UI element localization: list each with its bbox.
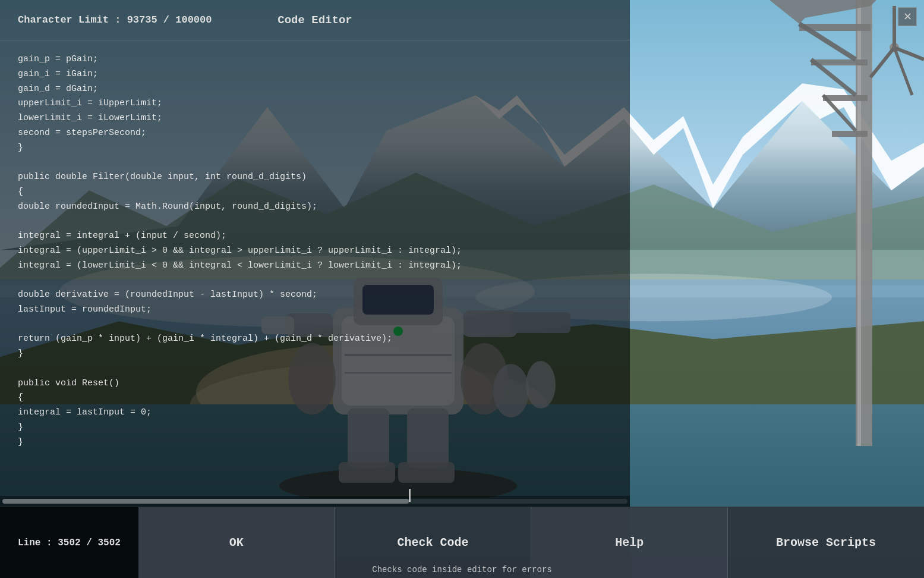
svg-rect-16 — [832, 131, 868, 137]
code-line — [18, 362, 612, 376]
code-line: second = stepsPerSecond; — [18, 126, 612, 141]
line-info-display: Line : 3502 / 3502 — [0, 538, 138, 548]
footer-buttons: OK Check Code Help Browse Scripts — [138, 507, 924, 578]
svg-line-24 — [871, 48, 894, 77]
code-lines: gain_p = pGain;gain_i = iGain;gain_d = d… — [18, 52, 612, 450]
editor-footer: Line : 3502 / 3502 OK Check Code Help Br… — [0, 507, 924, 578]
code-line: gain_i = iGain; — [18, 67, 612, 82]
code-line — [18, 214, 612, 229]
code-line: integral = (upperLimit_i > 0 && integral… — [18, 244, 612, 259]
ok-button[interactable]: OK — [138, 507, 335, 578]
code-line: double derivative = (roundedInput - last… — [18, 288, 612, 303]
horizontal-scrollbar[interactable] — [0, 496, 630, 507]
code-line: lastInput = roundedInput; — [18, 303, 612, 318]
code-line: upperLimit_i = iUpperLimit; — [18, 96, 612, 111]
editor-header: Character Limit : 93735 / 100000 Code Ed… — [0, 0, 630, 40]
svg-rect-12 — [857, 0, 861, 446]
code-line: } — [18, 435, 612, 450]
browse-scripts-button[interactable]: Browse Scripts — [728, 507, 924, 578]
code-line: public void Reset() — [18, 376, 612, 391]
char-limit-display: Character Limit : 93735 / 100000 — [18, 14, 212, 26]
code-line: } — [18, 347, 612, 362]
check-code-button[interactable]: Check Code — [335, 507, 532, 578]
code-line — [18, 318, 612, 332]
code-editor-area[interactable]: gain_p = pGain;gain_i = iGain;gain_d = d… — [0, 40, 630, 507]
code-line: double roundedInput = Math.Round(input, … — [18, 200, 612, 215]
crane-structure — [740, 0, 924, 476]
code-line: gain_p = pGain; — [18, 52, 612, 67]
help-button[interactable]: Help — [531, 507, 728, 578]
code-line: integral = integral + (input / second); — [18, 229, 612, 244]
scrollbar-track[interactable] — [2, 499, 627, 504]
code-line: return (gain_p * input) + (gain_i * inte… — [18, 332, 612, 347]
code-line: { — [18, 185, 612, 200]
code-line: } — [18, 420, 612, 435]
code-line: } — [18, 141, 612, 156]
code-line: integral = lastInput = 0; — [18, 406, 612, 420]
code-line: public double Filter(double input, int r… — [18, 170, 612, 185]
text-cursor — [409, 489, 416, 502]
code-line — [18, 155, 612, 170]
code-line: integral = (lowerLimit_i < 0 && integral… — [18, 259, 612, 274]
close-button[interactable]: ✕ — [898, 7, 917, 26]
code-line — [18, 273, 612, 288]
code-line: gain_d = dGain; — [18, 82, 612, 97]
editor-title: Code Editor — [277, 14, 352, 27]
scrollbar-thumb[interactable] — [2, 499, 409, 504]
code-line: { — [18, 391, 612, 406]
code-line: lowerLimit_i = iLowerLimit; — [18, 111, 612, 126]
